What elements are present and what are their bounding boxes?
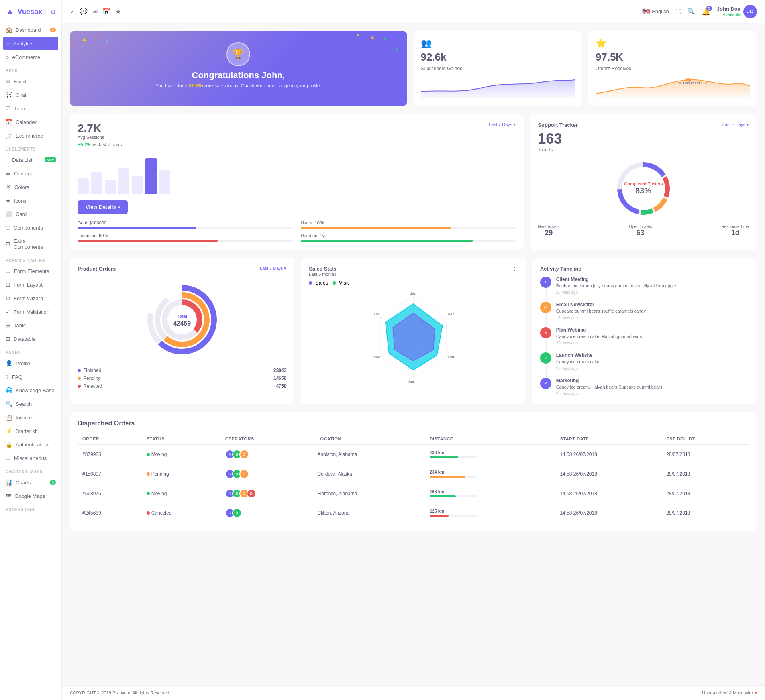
sidebar-item-charts[interactable]: 📊 Charts 3 [0, 476, 61, 489]
sidebar-item-analytics[interactable]: ○ Analytics [3, 37, 58, 50]
sidebar-label-components: Components [14, 225, 43, 231]
cell-operators: ABC [220, 464, 313, 484]
content-area: ▲ ▼ ● ▲ ▼ ● ◆ ★ 🏆 Congratulations John, … [62, 23, 765, 685]
sidebar-item-components[interactable]: ⬡ Components › [0, 221, 61, 234]
sidebar-item-content[interactable]: ▤ Content › [0, 167, 61, 180]
sidebar-item-ecommerce2[interactable]: 🛒 Ecommerce › [0, 129, 61, 142]
sidebar-item-datalist[interactable]: ≡ Data List New [0, 153, 61, 167]
orders-period[interactable]: Last 7 Days ▾ [260, 266, 286, 271]
checkmark-icon[interactable]: ✓ [70, 8, 75, 15]
operators-group: ABCD [225, 489, 308, 498]
sidebar-label-email: Email [14, 79, 27, 85]
star-icon[interactable]: ★ [115, 8, 121, 15]
sidebar-item-colors[interactable]: 👁 Colors [0, 180, 61, 194]
view-details-button[interactable]: View Details » [78, 200, 128, 214]
goal-bar-wrap [78, 227, 293, 229]
col-distance: DISTANCE [425, 433, 555, 445]
analytics-icon: ○ [6, 40, 10, 47]
sidebar-item-formwizard[interactable]: ⊙ Form Wizard [0, 291, 61, 305]
sidebar-item-formelements[interactable]: ☰ Form Elements › [0, 264, 61, 278]
new-badge: New [45, 157, 56, 162]
auth-icon: 🔒 [6, 441, 12, 448]
sidebar-label-starterkit: Starter kit [16, 428, 38, 434]
user-status: Available [717, 12, 740, 17]
sidebar-item-calender[interactable]: 📅 Calender [0, 115, 61, 129]
col-location: LOCATION [312, 433, 425, 445]
user-avatar[interactable]: JD [743, 5, 757, 18]
search-topbar-icon[interactable]: 🔍 [687, 8, 695, 15]
sidebar-item-icons[interactable]: ★ Icons › [0, 194, 61, 207]
flag-icon: 🇺🇸 [642, 8, 650, 15]
invoice-icon: 📋 [6, 414, 12, 421]
sidebar-item-dashboard[interactable]: 🏠 Dashboard 5 [0, 23, 61, 37]
session-card: 2.7K Avg Sessions +5.2% vs last 7 days L… [70, 114, 524, 250]
distance-value: 130 km [430, 450, 550, 455]
sidebar-item-formlayout[interactable]: ⊟ Form Layout [0, 278, 61, 291]
sales-period: Last 6 months [309, 272, 336, 277]
timeline-item-3: ✕ Plan Webinar Candy ice cream cake. Hal… [540, 327, 749, 352]
message-icon[interactable]: 💬 [80, 8, 88, 15]
chevron-ecommerce-icon: › [55, 134, 56, 138]
chevron-content-icon: › [55, 171, 56, 176]
sidebar-item-table[interactable]: ⊞ Table [0, 319, 61, 332]
fullscreen-icon[interactable]: ⛶ [675, 8, 681, 15]
extra-icon: ⊞ [6, 241, 10, 247]
session-label: Avg Sessions [78, 135, 122, 140]
settings-icon[interactable]: ⚙ [50, 8, 56, 16]
confetti-4: ▲ [370, 33, 375, 40]
tl-desc-1: Bonbon macaroon jelly beans gummi bears … [556, 283, 749, 289]
timeline-title: Activity Timeline [540, 266, 749, 272]
session-growth-label: vs last 7 days [93, 142, 122, 147]
sidebar-item-search[interactable]: 🔍 Search [0, 397, 61, 411]
distance-bar: 130 km [430, 450, 550, 458]
sidebar-item-starterkit[interactable]: ⚡ Starter kit › [0, 424, 61, 438]
tl-desc-3: Candy ice cream cake. Halvah gummi bears [556, 334, 749, 340]
support-period[interactable]: Last 7 Days ▾ [722, 122, 749, 127]
sidebar-item-invoice[interactable]: 📋 Invoice [0, 411, 61, 424]
sidebar-item-email[interactable]: ✉ Email [0, 75, 61, 88]
timeline-item-1: + Client Meeting Bonbon macaroon jelly b… [540, 277, 749, 302]
chat-icon: 💬 [6, 92, 12, 98]
status-dot [147, 472, 150, 476]
sidebar-item-misc[interactable]: ☰ Miscellaneous › [0, 451, 61, 465]
sidebar-item-googlemaps[interactable]: 🗺 Google Maps [0, 489, 61, 503]
sidebar-item-chat[interactable]: 💬 Chat [0, 88, 61, 102]
sidebar-item-extra[interactable]: ⊞ Extra Components › [0, 234, 61, 254]
operator-avatar: C [239, 469, 249, 479]
col-operators: OPERATORS [220, 433, 313, 445]
cell-order: #568975 [78, 484, 142, 503]
sidebar-item-datatable[interactable]: ⊟ Datatable [0, 332, 61, 346]
support-header: Support Tracker Last 7 Days ▾ [538, 122, 749, 128]
language-selector[interactable]: 🇺🇸 English [642, 8, 669, 15]
sidebar-item-todo[interactable]: ☑ Todo [0, 102, 61, 115]
orders-icon-row: ⭐ [596, 38, 750, 49]
distance-bar: 168 km [430, 489, 550, 497]
sales-menu-icon[interactable]: ⋮ [511, 266, 518, 275]
sidebar-item-ecommerce[interactable]: ○ eCommerce [0, 50, 61, 64]
sidebar-item-formvalidation[interactable]: ✓ Form Validation [0, 305, 61, 319]
response-time-stat: Response Time 1d [722, 224, 749, 237]
mail-icon[interactable]: ✉ [92, 8, 98, 15]
cell-distance: 130 km [425, 444, 555, 464]
dot-rejected [78, 385, 81, 388]
sidebar-label-googlemaps: Google Maps [14, 493, 45, 499]
open-tickets-stat: Open Tickets 63 [629, 224, 652, 237]
calendar-topbar-icon[interactable]: 📅 [102, 8, 110, 15]
tl-time-2: 15 days ago [556, 316, 749, 320]
chevron-components-icon: › [55, 226, 56, 230]
notification-bell[interactable]: 🔔 5 [702, 7, 710, 16]
formwizard-icon: ⊙ [6, 295, 10, 301]
footer: COPYRIGHT © 2019 Pixinvent. All rights R… [62, 685, 765, 700]
sidebar-item-knowledgebase[interactable]: 🌐 Knowledge Base [0, 383, 61, 397]
session-period[interactable]: Last 7 Days ▾ [489, 122, 516, 127]
svg-text:Total: Total [177, 314, 187, 319]
sidebar-item-authentication[interactable]: 🔒 Authentication › [0, 438, 61, 451]
subscribers-value: 92.6k [421, 51, 575, 63]
session-growth-value: +5.2% [78, 142, 91, 147]
sidebar-item-faq[interactable]: ? FAQ [0, 370, 61, 383]
sidebar-item-card[interactable]: ⬜ Card › [0, 207, 61, 221]
sidebar-label-misc: Miscellaneous [14, 455, 47, 461]
sidebar-item-profile[interactable]: 👤 Profile [0, 356, 61, 370]
sidebar-label-formwizard: Form Wizard [14, 295, 43, 301]
timeline-list: + Client Meeting Bonbon macaroon jelly b… [540, 277, 749, 396]
